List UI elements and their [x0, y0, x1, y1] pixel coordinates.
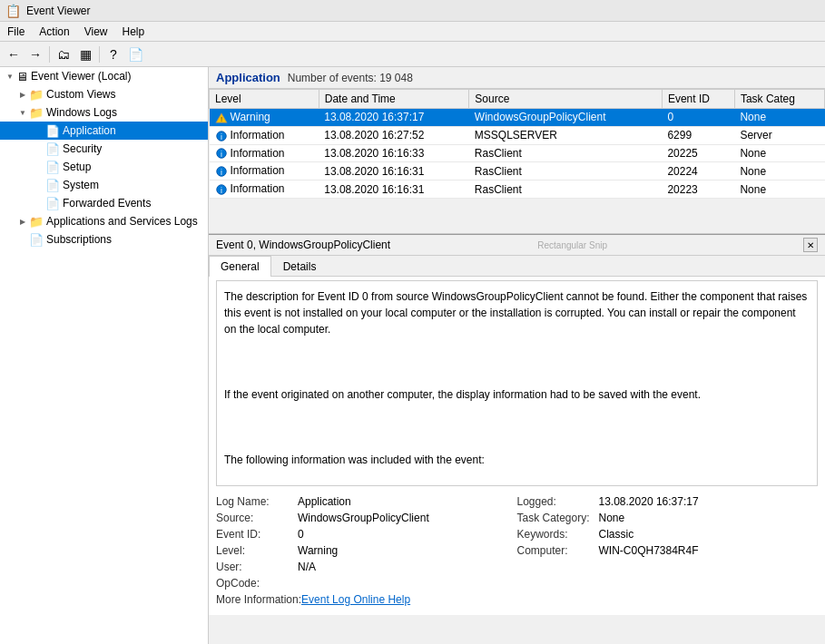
col-source[interactable]: Source — [469, 90, 663, 109]
field-keywords: Keywords: Classic — [517, 528, 819, 541]
cell-value: RasClient — [469, 144, 663, 162]
tree-root[interactable]: ▼ 🖥 Event Viewer (Local) — [0, 67, 208, 85]
cell-value: 13.08.2020 16:16:31 — [319, 162, 469, 181]
table-row[interactable]: iInformation13.08.2020 16:16:33RasClient… — [210, 144, 825, 162]
cell-value: 20223 — [662, 181, 734, 199]
table-row[interactable]: iInformation13.08.2020 16:27:52MSSQLSERV… — [210, 126, 825, 144]
level-value: Warning — [298, 544, 338, 557]
tree-custom-views[interactable]: ▶ 📁 Custom Views — [0, 85, 208, 103]
svg-text:i: i — [221, 168, 222, 177]
expand-apps-services: ▶ — [16, 215, 29, 228]
col-level[interactable]: Level — [210, 90, 319, 109]
svg-text:i: i — [221, 150, 222, 159]
toolbar-folder[interactable]: 🗂 — [54, 44, 74, 64]
toolbar-sep-2 — [99, 46, 100, 63]
cell-value: RasClient — [469, 162, 663, 181]
cell-value: Server — [734, 126, 824, 144]
user-value: N/A — [298, 561, 316, 573]
cell-level: iInformation — [210, 162, 319, 181]
cell-value: None — [734, 162, 824, 181]
info-icon: i — [215, 147, 228, 160]
event-list-title: Application — [216, 71, 280, 84]
custom-views-icon: 📁 — [29, 88, 44, 102]
event-id-value: 0 — [298, 528, 304, 541]
expand-root: ▼ — [4, 70, 16, 83]
field-logged: Logged: 13.08.2020 16:37:17 — [517, 495, 819, 508]
tab-details[interactable]: Details — [271, 256, 329, 277]
tree-application[interactable]: ▶ 📄 Application — [0, 122, 208, 140]
table-row[interactable]: iInformation13.08.2020 16:16:31RasClient… — [210, 181, 825, 199]
setup-icon: 📄 — [45, 161, 60, 174]
cell-level: !Warning — [210, 109, 319, 127]
app-title: Event Viewer — [26, 5, 90, 17]
subscriptions-label: Subscriptions — [46, 233, 112, 246]
tree-setup[interactable]: ▶ 📄 Setup — [0, 158, 208, 176]
source-value: WindowsGroupPolicyClient — [298, 512, 429, 524]
toolbar-forward[interactable]: → — [25, 44, 45, 64]
forwarded-label: Forwarded Events — [63, 197, 151, 210]
logged-label: Logged: — [517, 495, 599, 508]
apps-services-icon: 📁 — [29, 215, 44, 229]
menu-file[interactable]: File — [0, 24, 32, 40]
toolbar-help[interactable]: ? — [103, 44, 123, 64]
menu-action[interactable]: Action — [32, 24, 76, 40]
cell-value: None — [734, 109, 824, 127]
cell-value: 13.08.2020 16:16:33 — [319, 144, 469, 162]
toolbar-view[interactable]: ▦ — [75, 44, 95, 64]
level-label: Level: — [216, 544, 298, 557]
detail-description[interactable]: The description for Event ID 0 from sour… — [216, 280, 818, 486]
col-taskcat[interactable]: Task Categ — [734, 90, 824, 109]
field-level: Level: Warning — [216, 544, 517, 557]
detail-fields: Log Name: Application Source: WindowsGro… — [209, 490, 825, 615]
tree-system[interactable]: ▶ 📄 System — [0, 176, 208, 194]
expand-custom-views: ▶ — [16, 88, 29, 101]
table-row[interactable]: iInformation13.08.2020 16:16:31RasClient… — [210, 162, 825, 181]
detail-panel: Event 0, WindowsGroupPolicyClient Rectan… — [209, 234, 825, 615]
menu-help[interactable]: Help — [115, 24, 152, 40]
svg-text:!: ! — [220, 115, 221, 123]
field-user: User: N/A — [216, 561, 517, 573]
more-info-link[interactable]: Event Log Online Help — [301, 593, 410, 606]
detail-title: Event 0, WindowsGroupPolicyClient — [216, 239, 390, 251]
toolbar: ← → 🗂 ▦ ? 📄 — [0, 42, 825, 67]
task-cat-label: Task Category: — [517, 512, 599, 524]
keywords-label: Keywords: — [517, 528, 599, 541]
cell-value: MSSQLSERVER — [469, 126, 663, 144]
tree-forwarded-events[interactable]: ▶ 📄 Forwarded Events — [0, 194, 208, 212]
info-icon: i — [215, 129, 228, 141]
tree-apps-services[interactable]: ▶ 📁 Applications and Services Logs — [0, 212, 208, 230]
forwarded-icon: 📄 — [45, 197, 60, 210]
col-datetime[interactable]: Date and Time — [319, 90, 469, 109]
table-row[interactable]: !Warning13.08.2020 16:37:17WindowsGroupP… — [210, 109, 825, 127]
tree-subscriptions[interactable]: ▶ 📄 Subscriptions — [0, 230, 208, 249]
warning-icon: ! — [215, 111, 228, 123]
cell-value: 13.08.2020 16:16:31 — [319, 181, 469, 199]
apps-services-label: Applications and Services Logs — [46, 215, 198, 228]
root-label: Event Viewer (Local) — [31, 70, 132, 83]
field-more-info: More Information: Event Log Online Help — [216, 593, 517, 606]
cell-value: None — [734, 181, 824, 199]
menu-view[interactable]: View — [77, 24, 115, 40]
toolbar-back[interactable]: ← — [4, 44, 24, 64]
cell-value: 13.08.2020 16:37:17 — [319, 109, 469, 127]
title-bar: 📋 Event Viewer — [0, 0, 825, 22]
tab-general[interactable]: General — [209, 256, 271, 277]
tree-security[interactable]: ▶ 📄 Security — [0, 140, 208, 158]
application-label: Application — [63, 124, 116, 137]
toolbar-doc[interactable]: 📄 — [125, 44, 145, 64]
custom-views-label: Custom Views — [46, 88, 115, 101]
windows-logs-label: Windows Logs — [46, 106, 117, 119]
system-label: System — [63, 179, 99, 191]
expand-windows-logs: ▼ — [16, 106, 29, 119]
computer-label: Computer: — [517, 544, 599, 557]
setup-label: Setup — [63, 161, 91, 173]
detail-close-button[interactable]: ✕ — [803, 238, 818, 252]
detail-title-bar: Event 0, WindowsGroupPolicyClient Rectan… — [209, 235, 825, 256]
col-eventid[interactable]: Event ID — [662, 90, 734, 109]
cell-value: 13.08.2020 16:27:52 — [319, 126, 469, 144]
menu-bar: File Action View Help — [0, 22, 825, 42]
cell-level: iInformation — [210, 181, 319, 199]
tree-windows-logs[interactable]: ▼ 📁 Windows Logs — [0, 103, 208, 122]
event-table-container[interactable]: Level Date and Time Source Event ID Task… — [209, 89, 825, 234]
source-label: Source: — [216, 512, 298, 524]
